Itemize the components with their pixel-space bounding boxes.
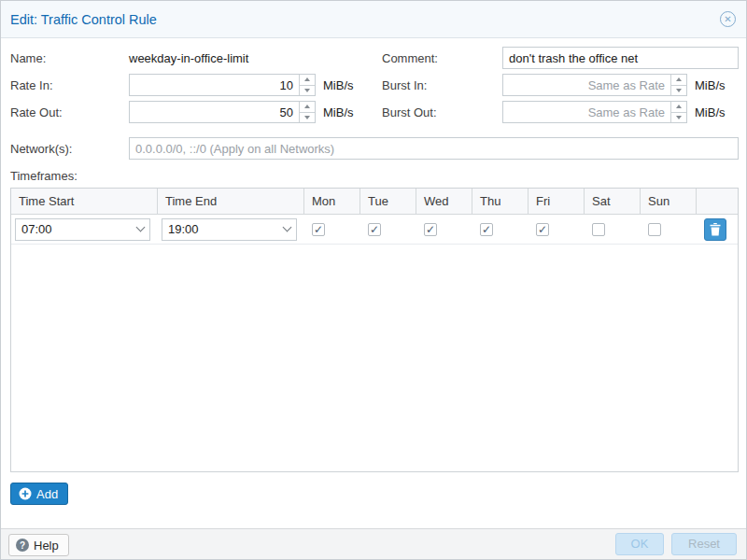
col-header-mon[interactable]: Mon (304, 189, 360, 214)
rate-in-spinner (299, 75, 315, 95)
checkbox-tue[interactable] (368, 223, 381, 236)
burst-out-spinner (670, 102, 686, 122)
sun-cell (641, 215, 697, 244)
col-header-actions (697, 189, 738, 214)
fri-cell (529, 215, 585, 244)
networks-input[interactable] (130, 138, 738, 159)
spinner-up-icon[interactable] (300, 102, 315, 113)
actions-cell (697, 215, 738, 244)
col-header-fri[interactable]: Fri (529, 189, 585, 214)
col-header-tue[interactable]: Tue (360, 189, 416, 214)
dialog-header: Edit: Traffic Control Rule (1, 1, 746, 38)
burst-in-field-wrap (502, 74, 687, 96)
comment-input[interactable] (503, 48, 738, 68)
reset-button[interactable]: Reset (671, 533, 737, 555)
timeframes-grid: Time Start Time End Mon Tue Wed Thu Fri … (10, 188, 739, 472)
delete-row-button[interactable] (704, 218, 726, 241)
burst-out-input[interactable] (503, 102, 686, 122)
burst-in-label: Burst In: (382, 75, 427, 97)
time-start-cell: 07:00 (11, 215, 158, 244)
rate-in-unit: MiB/s (323, 75, 354, 97)
rate-out-unit: MiB/s (323, 102, 354, 124)
time-start-value: 07:00 (16, 222, 131, 236)
name-label: Name: (10, 48, 46, 70)
checkbox-fri[interactable] (536, 223, 549, 236)
checkbox-wed[interactable] (424, 223, 437, 236)
col-header-sun[interactable]: Sun (641, 189, 697, 214)
comment-field-wrap (502, 47, 739, 69)
col-header-wed[interactable]: Wed (416, 189, 472, 214)
plus-circle-icon (19, 487, 32, 500)
spinner-down-icon[interactable] (300, 113, 315, 123)
col-header-thu[interactable]: Thu (472, 189, 529, 214)
networks-field-wrap (129, 137, 739, 160)
checkbox-thu[interactable] (480, 223, 493, 236)
spinner-up-icon[interactable] (671, 102, 686, 113)
spinner-down-icon[interactable] (671, 86, 686, 96)
trash-icon (710, 223, 721, 236)
col-header-time-end[interactable]: Time End (158, 189, 304, 214)
dialog-title: Edit: Traffic Control Rule (10, 1, 157, 38)
rate-in-label: Rate In: (10, 75, 53, 97)
mon-cell (304, 215, 360, 244)
rate-out-label: Rate Out: (10, 102, 63, 124)
burst-in-unit: MiB/s (695, 75, 726, 97)
ok-button[interactable]: OK (615, 533, 664, 555)
timeframes-label: Timeframes: (10, 165, 78, 188)
burst-out-field-wrap (502, 101, 687, 123)
burst-in-input[interactable] (503, 75, 686, 95)
rate-in-field-wrap (129, 74, 316, 96)
chevron-down-icon[interactable] (131, 219, 149, 240)
networks-label: Network(s): (10, 138, 72, 161)
rate-out-field-wrap (129, 101, 316, 123)
col-header-time-start[interactable]: Time Start (11, 189, 158, 214)
close-icon[interactable] (720, 11, 736, 27)
add-button-label: Add (36, 487, 58, 501)
help-button-label: Help (34, 539, 59, 553)
sat-cell (585, 215, 641, 244)
question-circle-icon (16, 539, 29, 552)
burst-out-unit: MiB/s (695, 102, 726, 124)
thu-cell (472, 215, 529, 244)
add-button[interactable]: Add (10, 483, 68, 505)
spinner-down-icon[interactable] (671, 113, 686, 123)
time-end-value: 19:00 (162, 222, 277, 236)
time-end-cell: 19:00 (158, 215, 304, 244)
tue-cell (360, 215, 416, 244)
spinner-up-icon[interactable] (300, 75, 315, 86)
help-button[interactable]: Help (8, 534, 69, 556)
time-end-combo[interactable]: 19:00 (162, 218, 297, 241)
edit-traffic-control-rule-dialog: Edit: Traffic Control Rule Name: weekday… (0, 0, 747, 560)
name-value: weekday-in-office-limit (129, 48, 248, 70)
time-start-combo[interactable]: 07:00 (15, 218, 150, 241)
spinner-down-icon[interactable] (300, 86, 315, 96)
burst-in-spinner (670, 75, 686, 95)
checkbox-mon[interactable] (312, 223, 325, 236)
checkbox-sun[interactable] (648, 223, 661, 236)
grid-header: Time Start Time End Mon Tue Wed Thu Fri … (11, 189, 738, 215)
checkbox-sat[interactable] (592, 223, 605, 236)
comment-label: Comment: (382, 48, 438, 70)
chevron-down-icon[interactable] (277, 219, 296, 240)
rate-out-spinner (299, 102, 315, 122)
timeframe-row: 07:00 19:00 (11, 215, 738, 245)
rate-in-input[interactable] (130, 75, 315, 95)
dialog-footer: Help OK Reset (1, 528, 746, 560)
rate-out-input[interactable] (130, 102, 315, 122)
wed-cell (416, 215, 472, 244)
burst-out-label: Burst Out: (382, 102, 437, 124)
col-header-sat[interactable]: Sat (585, 189, 641, 214)
spinner-up-icon[interactable] (671, 75, 686, 86)
